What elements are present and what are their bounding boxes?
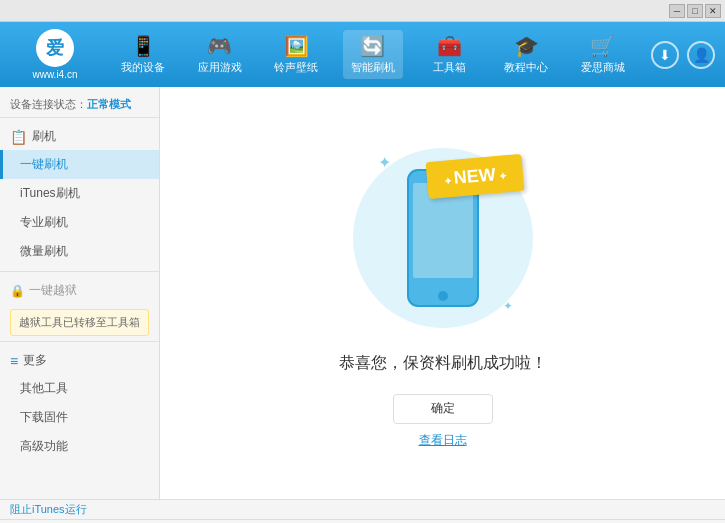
tutorials-label: 教程中心 <box>504 60 548 75</box>
maximize-button[interactable]: □ <box>687 4 703 18</box>
itunes-footer-bar: 阻止iTunes运行 <box>0 499 725 519</box>
divider-1 <box>0 271 159 272</box>
sidebar-item-itunes-flash[interactable]: iTunes刷机 <box>0 179 159 208</box>
nav-smart-flash[interactable]: 🔄 智能刷机 <box>343 30 403 79</box>
flash-section-header: 📋 刷机 <box>0 123 159 150</box>
minimize-button[interactable]: ─ <box>669 4 685 18</box>
sidebar-item-one-click-flash[interactable]: 一键刷机 <box>0 150 159 179</box>
sparkle-bottom-right: ✦ <box>503 299 513 313</box>
status-value: 正常模式 <box>87 98 131 110</box>
jailbreak-alert: 越狱工具已转移至工具箱 <box>10 309 149 336</box>
logo-icon: 爱 <box>36 29 74 67</box>
more-section-header: ≡ 更多 <box>0 347 159 374</box>
lock-icon: 🔒 <box>10 284 25 298</box>
confirm-button[interactable]: 确定 <box>393 394 493 424</box>
smart-flash-icon: 🔄 <box>360 34 385 58</box>
sidebar-item-download-firmware[interactable]: 下载固件 <box>0 403 159 432</box>
success-text: 恭喜您，保资料刷机成功啦！ <box>339 353 547 374</box>
nav-toolbox[interactable]: 🧰 工具箱 <box>420 30 480 79</box>
title-bar: ─ □ ✕ <box>0 0 725 22</box>
nav-ringtones[interactable]: 🖼️ 铃声壁纸 <box>266 30 326 79</box>
sparkle-top-left: ✦ <box>378 153 391 172</box>
download-button[interactable]: ⬇ <box>651 41 679 69</box>
jailbreak-label: 一键越狱 <box>29 282 77 299</box>
logo-area: 爱 www.i4.cn <box>10 29 100 80</box>
flash-section-label: 刷机 <box>32 128 56 145</box>
svg-point-3 <box>438 291 448 301</box>
header: 爱 www.i4.cn 📱 我的设备 🎮 应用游戏 🖼️ 铃声壁纸 🔄 智能刷机… <box>0 22 725 87</box>
bottom-bar: ✓ 自动检测 ✓ 跳过向导 📱 iPhone 12 mini 64GB Down… <box>0 519 725 523</box>
toolbox-icon: 🧰 <box>437 34 462 58</box>
connection-status: 设备连接状态：正常模式 <box>0 92 159 118</box>
goto-today-link[interactable]: 查看日志 <box>419 432 467 449</box>
toolbox-label: 工具箱 <box>433 60 466 75</box>
logo-text: www.i4.cn <box>32 69 77 80</box>
nav-apps-games[interactable]: 🎮 应用游戏 <box>190 30 250 79</box>
more-section-label: 更多 <box>23 352 47 369</box>
store-icon: 🛒 <box>590 34 615 58</box>
smart-flash-label: 智能刷机 <box>351 60 395 75</box>
sidebar-item-advanced[interactable]: 高级功能 <box>0 432 159 461</box>
apps-icon: 🎮 <box>207 34 232 58</box>
tutorials-icon: 🎓 <box>514 34 539 58</box>
new-badge: NEW <box>426 153 524 198</box>
header-right: ⬇ 👤 <box>651 41 715 69</box>
apps-label: 应用游戏 <box>198 60 242 75</box>
user-button[interactable]: 👤 <box>687 41 715 69</box>
more-section-icon: ≡ <box>10 353 18 369</box>
nav-items: 📱 我的设备 🎮 应用游戏 🖼️ 铃声壁纸 🔄 智能刷机 🧰 工具箱 🎓 教程中… <box>105 30 641 79</box>
nav-store[interactable]: 🛒 爱思商城 <box>573 30 633 79</box>
nav-my-device[interactable]: 📱 我的设备 <box>113 30 173 79</box>
ringtones-label: 铃声壁纸 <box>274 60 318 75</box>
jailbreak-section: 🔒 一键越狱 <box>0 277 159 304</box>
divider-2 <box>0 341 159 342</box>
my-device-icon: 📱 <box>131 34 156 58</box>
flash-section-icon: 📋 <box>10 129 27 145</box>
store-label: 爱思商城 <box>581 60 625 75</box>
main-area: 设备连接状态：正常模式 📋 刷机 一键刷机 iTunes刷机 专业刷机 微量刷机… <box>0 87 725 499</box>
main-content: ✦ NEW ✦ 恭喜您，保资料刷机成功啦！ 确定 查看日志 <box>160 87 725 499</box>
window-controls: ─ □ ✕ <box>669 4 721 18</box>
phone-illustration: ✦ NEW ✦ <box>343 138 543 338</box>
nav-tutorials[interactable]: 🎓 教程中心 <box>496 30 556 79</box>
sidebar: 设备连接状态：正常模式 📋 刷机 一键刷机 iTunes刷机 专业刷机 微量刷机… <box>0 87 160 499</box>
sidebar-item-micro-flash[interactable]: 微量刷机 <box>0 237 159 266</box>
itunes-text[interactable]: 阻止iTunes运行 <box>10 502 87 517</box>
my-device-label: 我的设备 <box>121 60 165 75</box>
close-button[interactable]: ✕ <box>705 4 721 18</box>
ringtones-icon: 🖼️ <box>284 34 309 58</box>
sidebar-item-pro-flash[interactable]: 专业刷机 <box>0 208 159 237</box>
sidebar-item-other-tools[interactable]: 其他工具 <box>0 374 159 403</box>
